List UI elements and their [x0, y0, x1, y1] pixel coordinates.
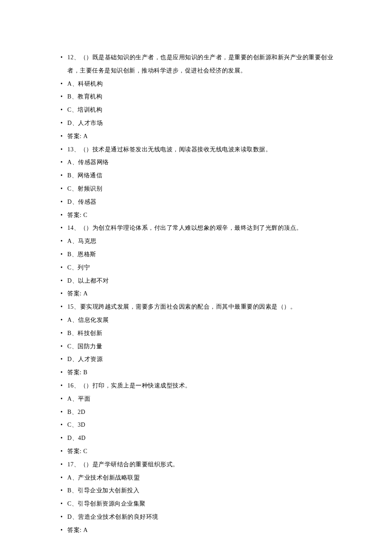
question-answer: 答案: B — [60, 366, 341, 379]
question-option: D、以上都不对 — [60, 275, 341, 288]
question-answer: 答案: A — [60, 130, 341, 143]
question-option-text: A、产业技术创新战略联盟 — [67, 474, 140, 481]
question-option-text: B、教育机构 — [67, 93, 102, 100]
question-stem-text: 12、（）既是基础知识的生产者，也是应用知识的生产者，是重要的创新源和新兴产业的… — [67, 54, 333, 74]
question-stem: 16、（）打印，实质上是一种快速成型技术。 — [60, 379, 341, 393]
question-answer: 答案: A — [60, 287, 341, 301]
question-option: D、人才市场 — [60, 117, 341, 130]
question-option-text: C、引导创新资源向企业集聚 — [67, 500, 146, 507]
question-option-text: B、网络通信 — [67, 172, 102, 179]
question-answer: 答案: C — [60, 445, 341, 458]
question-answer-text: 答案: A — [67, 133, 88, 139]
question-option-text: C、射频识别 — [67, 185, 102, 192]
question-option: D、营造企业技术创新的良好环境 — [60, 511, 341, 524]
question-option: C、3D — [60, 419, 341, 432]
question-stem: 17、（）是产学研结合的重要组织形式。 — [60, 458, 341, 471]
question-option: A、科研机构 — [60, 78, 341, 91]
question-option-text: A、平面 — [67, 396, 90, 402]
question-option: D、传感器 — [60, 196, 341, 209]
question-option: B、网络通信 — [60, 169, 341, 182]
question-answer: 答案: A — [60, 524, 341, 537]
question-option: A、产业技术创新战略联盟 — [60, 471, 341, 485]
question-option: A、传感器网络 — [60, 156, 341, 169]
question-option-text: C、3D — [67, 422, 85, 428]
question-option-text: B、科技创新 — [67, 330, 102, 336]
question-option: A、信息化发展 — [60, 314, 341, 327]
question-stem: 15、要实现跨越式发展，需要多方面社会因素的配合，而其中最重要的因素是（）。 — [60, 301, 341, 314]
question-option-text: D、营造企业技术创新的良好环境 — [67, 514, 159, 520]
question-option: C、射频识别 — [60, 182, 341, 196]
question-stem: 14、（）为创立科学理论体系，付出了常人难以想象的艰辛，最终达到了光辉的顶点。 — [60, 222, 341, 235]
question-option-text: D、4D — [67, 435, 86, 441]
question-option: A、马克思 — [60, 235, 341, 248]
question-option-text: A、科研机构 — [67, 81, 103, 87]
question-option-text: C、培训机构 — [67, 107, 102, 113]
question-answer-text: 答案: B — [67, 369, 87, 376]
question-option: B、引导企业加大创新投入 — [60, 484, 341, 497]
question-list: 12、（）既是基础知识的生产者，也是应用知识的生产者，是重要的创新源和新兴产业的… — [60, 51, 341, 537]
question-stem-text: 16、（）打印，实质上是一种快速成型技术。 — [67, 382, 191, 389]
question-stem-text: 13、（）技术是通过标签发出无线电波，阅读器接收无线电波来读取数据。 — [67, 146, 271, 153]
question-option-text: D、以上都不对 — [67, 278, 109, 284]
question-stem-text: 14、（）为创立科学理论体系，付出了常人难以想象的艰辛，最终达到了光辉的顶点。 — [67, 225, 303, 231]
question-option-text: D、传感器 — [67, 199, 97, 205]
question-option-text: B、引导企业加大创新投入 — [67, 487, 139, 494]
question-option: C、引导创新资源向企业集聚 — [60, 497, 341, 511]
question-option: D、4D — [60, 432, 341, 445]
question-option-text: D、人才市场 — [67, 120, 103, 126]
question-answer-text: 答案: A — [67, 290, 88, 297]
question-option: A、平面 — [60, 393, 341, 406]
question-option: B、科技创新 — [60, 327, 341, 340]
question-stem: 13、（）技术是通过标签发出无线电波，阅读器接收无线电波来读取数据。 — [60, 143, 341, 156]
question-answer: 答案: C — [60, 209, 341, 222]
question-option: D、人才资源 — [60, 353, 341, 366]
question-option-text: B、2D — [67, 409, 85, 415]
question-stem-text: 17、（）是产学研结合的重要组织形式。 — [67, 461, 179, 468]
question-answer-text: 答案: C — [67, 212, 87, 218]
question-option: C、培训机构 — [60, 104, 341, 117]
question-option-text: D、人才资源 — [67, 356, 103, 362]
question-option: C、国防力量 — [60, 340, 341, 353]
question-answer-text: 答案: A — [67, 527, 88, 533]
question-option-text: A、马克思 — [67, 238, 97, 244]
question-option: B、恩格斯 — [60, 248, 341, 261]
question-stem: 12、（）既是基础知识的生产者，也是应用知识的生产者，是重要的创新源和新兴产业的… — [60, 51, 341, 78]
question-option: B、教育机构 — [60, 90, 341, 104]
question-option-text: A、传感器网络 — [67, 159, 109, 165]
question-option-text: A、信息化发展 — [67, 317, 109, 323]
question-option-text: C、列宁 — [67, 264, 90, 271]
question-option-text: B、恩格斯 — [67, 251, 96, 257]
question-option: C、列宁 — [60, 261, 341, 275]
question-stem-text: 15、要实现跨越式发展，需要多方面社会因素的配合，而其中最重要的因素是（）。 — [67, 304, 296, 310]
question-option-text: C、国防力量 — [67, 343, 102, 350]
question-answer-text: 答案: C — [67, 448, 87, 454]
question-option: B、2D — [60, 406, 341, 419]
